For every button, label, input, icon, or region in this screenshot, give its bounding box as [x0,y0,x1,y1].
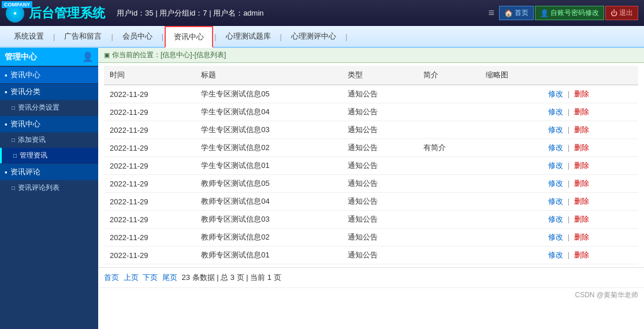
logout-button[interactable]: ⏻ 退出 [605,6,638,20]
edit-button[interactable]: 修改 [548,161,563,170]
sub-icon-manage-news: □ [13,152,17,159]
cell-time: 2022-11-29 [104,211,195,229]
cell-title: 教师专区测试信息01 [195,246,341,264]
cell-time: 2022-11-29 [104,175,195,193]
sidebar-item-add-news[interactable]: □ 添加资讯 [0,132,98,148]
pagination-info: 23 条数据 | 总 3 页 | 当前 1 页 [182,273,281,282]
cell-brief [418,103,480,121]
home-button[interactable]: 🏠 首页 [499,6,534,20]
cell-brief [418,246,480,264]
edit-button[interactable]: 修改 [548,233,563,241]
top-actions: ≡ 🏠 首页 👤 自账号密码修改 ⏻ 退出 [488,6,638,20]
cell-title: 教师专区测试信息03 [195,211,341,229]
edit-button[interactable]: 修改 [548,251,563,259]
cell-actions: 修改 | 删除 [542,85,638,103]
breadcrumb-icon: ▣ [104,51,110,59]
edit-button[interactable]: 修改 [548,89,563,98]
system-title: 后台管理系统 [29,5,105,22]
edit-button[interactable]: 修改 [548,215,563,223]
cell-brief [418,193,480,211]
table-container: 时间 标题 类型 简介 缩略图 2022-11-29 学生专区测试信息05 通知… [98,63,644,267]
cell-type: 通知公告 [342,193,418,211]
cell-thumb [480,211,542,229]
main-layout: 管理中心 👤 ▪ 资讯中心 ▪ 资讯分类 □ 资讯分类设置 ▪ 资讯中心 □ 添… [0,48,644,329]
cell-type: 通知公告 [342,85,418,103]
footer: CSDN @黄菊华老师 [98,287,644,302]
cell-type: 通知公告 [342,246,418,264]
sidebar-item-comment-list[interactable]: □ 资讯评论列表 [0,180,98,196]
cell-time: 2022-11-29 [104,246,195,264]
action-separator: | [568,197,569,205]
cell-title: 学生专区测试信息02 [195,139,341,157]
col-time: 时间 [104,66,195,85]
table-row: 2022-11-29 教师专区测试信息04 通知公告 修改 | 删除 [104,193,638,211]
delete-button[interactable]: 删除 [574,179,589,188]
col-actions [542,66,638,85]
sidebar-item-category-settings[interactable]: □ 资讯分类设置 [0,100,98,115]
pagination-next[interactable]: 下页 [143,273,158,282]
pagination-first[interactable]: 首页 [104,273,119,282]
delete-button[interactable]: 删除 [574,233,589,241]
cell-type: 通知公告 [342,121,418,139]
delete-button[interactable]: 删除 [574,215,589,223]
action-separator: | [568,179,569,188]
delete-button[interactable]: 删除 [574,251,589,259]
cell-thumb [480,175,542,193]
cell-title: 学生专区测试信息05 [195,85,341,103]
home-icon: 🏠 [504,9,513,17]
action-separator: | [568,215,569,223]
table-row: 2022-11-29 学生专区测试信息01 通知公告 修改 | 删除 [104,157,638,175]
delete-button[interactable]: 删除 [574,197,589,205]
content-area: ▣ 你当前的位置：[信息中心]-[信息列表] 时间 标题 类型 简介 缩略图 [98,48,644,329]
sidebar-item-manage-news[interactable]: □ 管理资讯 [0,148,98,163]
nav-item-news[interactable]: 资讯中心 [165,26,213,48]
footer-credit: CSDN @黄菊华老师 [575,291,638,299]
nav-item-members[interactable]: 会员中心 [114,25,161,47]
sidebar-section-icon-category: ▪ [5,88,8,96]
cell-title: 学生专区测试信息04 [195,103,341,121]
cell-brief [418,157,480,175]
account-button[interactable]: 👤 自账号密码修改 [535,6,604,20]
cell-actions: 修改 | 删除 [542,139,638,157]
cell-time: 2022-11-29 [104,193,195,211]
sub-icon-category-settings: □ [12,104,15,111]
edit-button[interactable]: 修改 [548,125,563,134]
delete-button[interactable]: 删除 [574,89,589,98]
nav-item-system[interactable]: 系统设置 [6,25,52,47]
pagination-prev[interactable]: 上页 [124,273,139,282]
table-row: 2022-11-29 教师专区测试信息05 通知公告 修改 | 删除 [104,175,638,193]
action-separator: | [568,89,569,98]
pagination-last[interactable]: 尾页 [162,273,177,282]
edit-button[interactable]: 修改 [548,143,563,152]
cell-brief [418,85,480,103]
edit-button[interactable]: 修改 [548,197,563,205]
user-info: 用户id：35 | 用户分组id：7 | 用户名：admin [117,8,488,18]
delete-button[interactable]: 删除 [574,143,589,152]
cell-thumb [480,103,542,121]
sidebar-header: 管理中心 👤 [0,48,98,66]
table-row: 2022-11-29 教师专区测试信息03 通知公告 修改 | 删除 [104,211,638,229]
nav-item-psych-test[interactable]: 心理测试题库 [218,25,279,47]
cell-thumb [480,157,542,175]
table-row: 2022-11-29 学生专区测试信息02 通知公告 有简介 修改 | 删除 [104,139,638,157]
cell-type: 通知公告 [342,175,418,193]
pagination: 首页 上页 下页 尾页 23 条数据 | 总 3 页 | 当前 1 页 [98,267,644,287]
cell-actions: 修改 | 删除 [542,157,638,175]
cell-title: 教师专区测试信息05 [195,175,341,193]
cell-title: 教师专区测试信息02 [195,229,341,246]
cell-time: 2022-11-29 [104,139,195,157]
news-table: 时间 标题 类型 简介 缩略图 2022-11-29 学生专区测试信息05 通知… [104,66,638,264]
nav-item-psych-eval[interactable]: 心理测评中心 [283,25,344,47]
nav-item-ads[interactable]: 广告和留言 [56,25,110,47]
cell-title: 学生专区测试信息01 [195,157,341,175]
cell-actions: 修改 | 删除 [542,121,638,139]
account-icon: 👤 [540,9,549,17]
delete-button[interactable]: 删除 [574,125,589,134]
delete-button[interactable]: 删除 [574,161,589,170]
edit-button[interactable]: 修改 [548,107,563,116]
sidebar-section-icon-comments: ▪ [5,168,8,177]
delete-button[interactable]: 删除 [574,107,589,116]
cell-actions: 修改 | 删除 [542,246,638,264]
edit-button[interactable]: 修改 [548,179,563,188]
cell-type: 通知公告 [342,103,418,121]
